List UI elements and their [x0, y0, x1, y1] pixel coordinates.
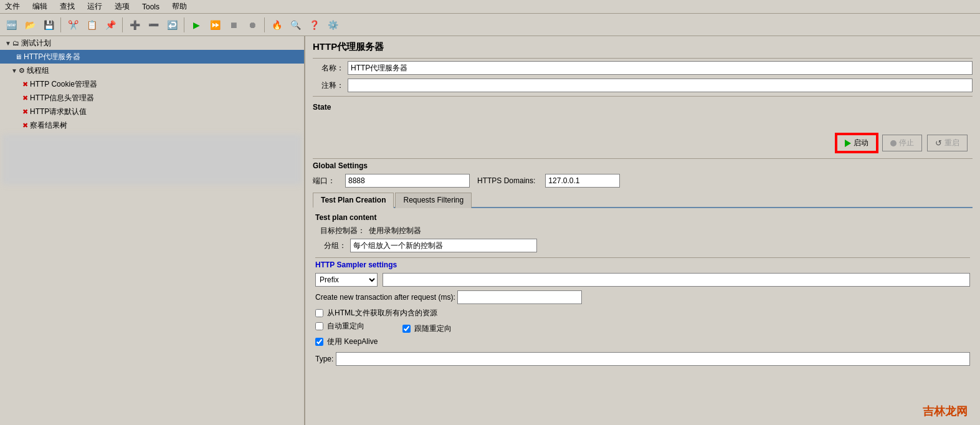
open-button[interactable]: 📂	[21, 16, 39, 34]
divider-2	[313, 96, 973, 97]
global-settings-label: Global Settings	[313, 161, 973, 170]
checkbox-keepalive[interactable]	[315, 338, 323, 346]
menu-find[interactable]: 查找	[57, 1, 77, 12]
http-cookie-icon: ✖	[22, 80, 28, 88]
checkbox-html[interactable]	[315, 309, 323, 317]
http-defaults-label: HTTP请求默认值	[30, 107, 87, 117]
checkbox-followredirect[interactable]	[402, 325, 411, 333]
reset-button[interactable]: ↩️	[163, 16, 181, 34]
main-layout: ▼ 🗂 测试计划 🖥 HTTP代理服务器 ▼ ⚙ 线程组 ✖ HTTP Cook…	[0, 36, 980, 425]
run-button[interactable]: ▶	[188, 16, 205, 34]
name-label: 名称：	[313, 63, 344, 74]
toolbar: 🆕 📂 💾 ✂️ 📋 📌 ➕ ➖ ↩️ ▶ ⏩ ⏹ ⏺ 🔥 🔍 ❓ ⚙️	[0, 14, 980, 36]
http-header-icon: ✖	[22, 94, 28, 102]
http-defaults-icon: ✖	[22, 108, 28, 116]
menu-tools[interactable]: Tools	[140, 2, 162, 12]
menu-edit[interactable]: 编辑	[30, 1, 50, 12]
comment-label: 注释：	[313, 80, 344, 91]
global-settings: Global Settings 端口： HTTPS Domains:	[313, 161, 973, 188]
remove-button[interactable]: ➖	[145, 16, 162, 34]
add-button[interactable]: ➕	[126, 16, 143, 34]
sidebar-item-http-proxy[interactable]: 🖥 HTTP代理服务器	[0, 50, 304, 64]
menu-options[interactable]: 选项	[112, 1, 132, 12]
sidebar-item-view-results[interactable]: ✖ 察看结果树	[0, 118, 304, 132]
state-buttons: 启动 停止 ↺ 重启	[313, 134, 973, 152]
target-controller-row: 目标控制器： 使用录制控制器	[315, 226, 970, 236]
http-proxy-icon: 🖥	[15, 53, 22, 60]
view-results-icon: ✖	[22, 122, 28, 130]
sidebar-item-http-defaults[interactable]: ✖ HTTP请求默认值	[0, 105, 304, 118]
state-label: State	[313, 103, 973, 112]
checkbox-redirect[interactable]	[315, 322, 323, 330]
grouping-input[interactable]	[350, 239, 537, 252]
separator-3	[184, 17, 184, 32]
checkbox-html-row: 从HTML文件获取所有内含的资源	[315, 308, 970, 318]
paste-button[interactable]: 📌	[102, 16, 119, 34]
restart-label: 重启	[944, 138, 959, 148]
transaction-input[interactable]	[457, 290, 582, 304]
left-panel: ▼ 🗂 测试计划 🖥 HTTP代理服务器 ▼ ⚙ 线程组 ✖ HTTP Cook…	[0, 36, 305, 425]
restart-button[interactable]: ↺ 重启	[927, 135, 968, 151]
checkbox-redirect-row: 自动重定向	[315, 321, 378, 332]
grouping-label: 分组：	[315, 241, 346, 251]
play-icon	[845, 140, 851, 147]
comment-input[interactable]	[348, 79, 973, 92]
separator-2	[122, 17, 123, 32]
clear-button[interactable]: 🔥	[268, 16, 285, 34]
stop-circle-icon	[890, 140, 897, 146]
divider-1	[313, 58, 973, 59]
type-label: Type:	[315, 355, 333, 363]
new-button[interactable]: 🆕	[2, 16, 20, 34]
settings-button[interactable]: ⚙️	[324, 16, 341, 34]
http-sampler-title: HTTP Sampler settings	[315, 260, 970, 269]
sidebar-item-http-header[interactable]: ✖ HTTP信息头管理器	[0, 91, 304, 105]
thread-group-label: 线程组	[27, 65, 49, 76]
checkbox-keepalive-row: 使用 KeepAlive	[315, 337, 378, 347]
content-area: HTTP代理服务器 名称： 注释： State 启动	[305, 36, 980, 425]
sidebar-item-http-cookie[interactable]: ✖ HTTP Cookie管理器	[0, 77, 304, 91]
expand-icon-2: ▼	[11, 67, 17, 74]
menu-file[interactable]: 文件	[2, 1, 22, 12]
menu-help[interactable]: 帮助	[169, 1, 189, 12]
test-plan-content-label: Test plan content	[315, 213, 970, 222]
stop-all-button[interactable]: ⏺	[244, 16, 261, 34]
thread-group-icon: ⚙	[19, 67, 25, 75]
menu-run[interactable]: 运行	[85, 1, 105, 12]
http-proxy-label: HTTP代理服务器	[24, 52, 80, 62]
name-row: 名称：	[313, 61, 973, 75]
save-button[interactable]: 💾	[40, 16, 57, 34]
transaction-row: Create new transaction after request (ms…	[315, 290, 970, 304]
sidebar-item-test-plan[interactable]: ▼ 🗂 测试计划	[0, 36, 304, 50]
prefix-select[interactable]: Prefix Name Transaction	[315, 273, 378, 287]
https-input[interactable]	[545, 174, 620, 188]
tab-test-plan-creation[interactable]: Test Plan Creation	[313, 193, 394, 208]
test-plan-icon: 🗂	[12, 39, 19, 47]
checkbox-redirect-label: 自动重定向	[327, 321, 364, 332]
search-icon-button[interactable]: 🔍	[287, 16, 304, 34]
stop-button[interactable]: ⏹	[225, 16, 242, 34]
copy-button[interactable]: 📋	[83, 16, 100, 34]
port-input[interactable]	[345, 174, 470, 188]
prefix-right-input[interactable]	[383, 273, 970, 287]
help-button[interactable]: ❓	[305, 16, 323, 34]
comment-row: 注释：	[313, 79, 973, 92]
watermark: 吉林龙网	[923, 404, 968, 419]
test-plan-label: 测试计划	[21, 38, 51, 49]
start-button[interactable]: 启动	[836, 134, 877, 152]
global-row: 端口： HTTPS Domains:	[313, 174, 973, 188]
separator-4	[264, 17, 265, 32]
section-title: HTTP代理服务器	[313, 41, 973, 53]
run-all-button[interactable]: ⏩	[206, 16, 224, 34]
grouping-row: 分组：	[315, 239, 970, 252]
name-input[interactable]	[348, 61, 973, 75]
tab-requests-filtering[interactable]: Requests Filtering	[395, 193, 472, 208]
sidebar-item-thread-group[interactable]: ▼ ⚙ 线程组	[0, 64, 304, 77]
divider-4	[315, 257, 970, 258]
type-input[interactable]	[336, 352, 970, 366]
stop-button-main[interactable]: 停止	[882, 135, 922, 151]
https-label: HTTPS Domains:	[477, 176, 535, 185]
cut-button[interactable]: ✂️	[64, 16, 82, 34]
menubar: 文件 编辑 查找 运行 选项 Tools 帮助	[0, 0, 980, 14]
checkbox-keepalive-label: 使用 KeepAlive	[327, 337, 378, 347]
prefix-row: Prefix Name Transaction	[315, 273, 970, 287]
